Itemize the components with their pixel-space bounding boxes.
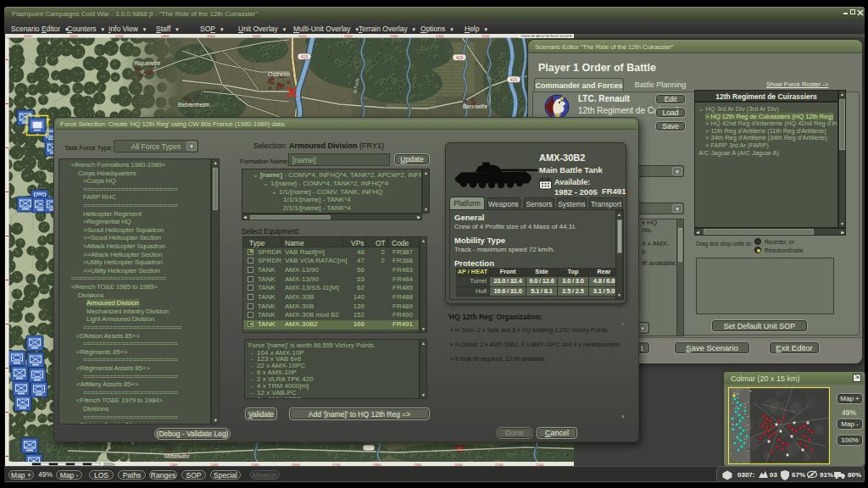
svg-text:5200: 5200 (344, 34, 353, 38)
svg-text:5100: 5100 (298, 34, 307, 38)
svg-text:4800: 4800 (161, 34, 170, 38)
svg-text:5500: 5500 (481, 34, 490, 38)
svg-text:13000 W 48°07'51"N 07°21'20"E: 13000 W 48°07'51"N 07°21'20"E (520, 34, 572, 38)
svg-text:4700: 4700 (115, 34, 124, 38)
svg-text:5000: 5000 (253, 34, 261, 38)
svg-text:4500: 4500 (24, 34, 32, 38)
svg-text:5400: 5400 (436, 34, 444, 38)
svg-text:4900: 4900 (207, 34, 215, 38)
svg-text:5300: 5300 (390, 34, 398, 38)
svg-text:4600: 4600 (70, 34, 78, 38)
